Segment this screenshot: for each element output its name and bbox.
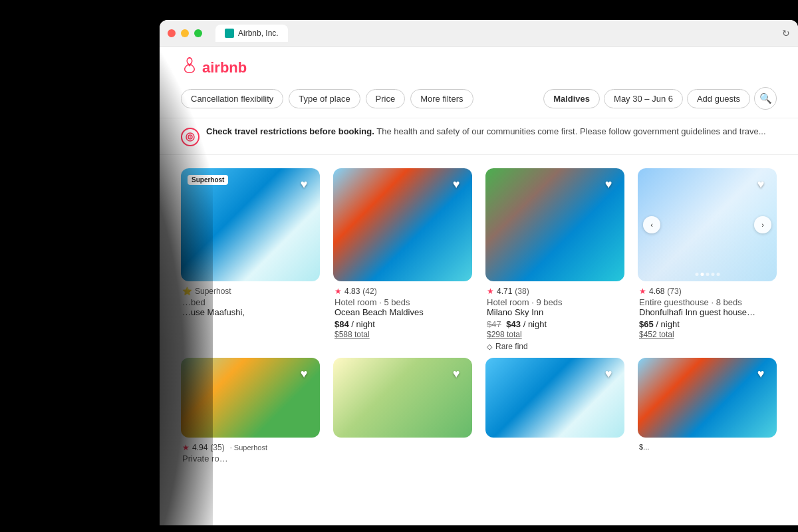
browser-chrome: Airbnb, Inc. ↻: [160, 20, 798, 47]
listing-meta-5: ★ 4.94 (35) · Superhost: [182, 443, 319, 452]
listing-bed-type-1: …bed: [182, 297, 319, 307]
logo-row: airbnb: [181, 56, 777, 79]
per-night-2: / night: [351, 319, 374, 329]
listing-bed-type-5: Private ro…: [182, 454, 319, 464]
warning-body: The health and safety of our communities…: [376, 126, 765, 136]
listing-image-7: ♥: [485, 358, 624, 438]
listing-info-5: ★ 4.94 (35) · Superhost Private ro…: [181, 438, 320, 464]
listing-name-4: Dhonfulhafi Inn guest house…: [639, 307, 775, 317]
listings-grid-row2: ♥ ★ 4.94 (35) · Superhost Private ro… ♥: [160, 358, 798, 477]
next-image-4[interactable]: ›: [754, 216, 771, 233]
superhost-tag-1: Superhost: [188, 175, 228, 185]
image-dots-4: [695, 273, 720, 276]
listing-image-4: ♥ ‹ ›: [638, 168, 777, 281]
review-count-2: (42): [362, 287, 376, 296]
review-count-4: (73): [667, 287, 681, 296]
star-icon-2: ★: [334, 287, 342, 296]
listing-card-6[interactable]: ♥: [333, 358, 472, 464]
maximize-dot[interactable]: [194, 29, 202, 37]
minimize-dot[interactable]: [181, 29, 189, 37]
listing-info-3: ★ 4.71 (38) Hotel room · 9 beds Milano S…: [485, 281, 624, 351]
wishlist-btn-5[interactable]: ♥: [295, 364, 313, 383]
price-amount-4: $65: [639, 319, 654, 329]
main-content: airbnb Cancellation flexibility Type of …: [160, 47, 798, 525]
listing-total-2: $588 total: [334, 330, 471, 339]
wishlist-btn-7[interactable]: ♥: [599, 364, 618, 383]
rare-find-label-3: Rare find: [495, 342, 528, 351]
superhost-5: · Superhost: [230, 444, 267, 452]
filter-cancellation[interactable]: Cancellation flexibility: [181, 89, 283, 108]
listing-name-1: …use Maafushi,: [182, 307, 319, 317]
filter-type-of-place[interactable]: Type of place: [289, 89, 360, 108]
listing-price-4: $65 / night: [639, 319, 775, 329]
rating-2: 4.83: [344, 287, 360, 296]
rating-3: 4.71: [497, 287, 512, 296]
dot-4: [711, 273, 714, 276]
wishlist-btn-1[interactable]: ♥: [295, 175, 313, 194]
listing-card-8[interactable]: ♥ $...: [638, 358, 777, 464]
dot-1: [695, 273, 698, 276]
listing-card-4[interactable]: ♥ ‹ › ★ 4.68: [638, 168, 777, 351]
svg-point-2: [190, 136, 191, 138]
rare-find-3: ◇ Rare find: [487, 342, 623, 351]
dot-3: [706, 273, 709, 276]
listing-price-3: $47 $43 / night: [487, 319, 623, 329]
per-night-4: / night: [656, 319, 679, 329]
listing-card-1[interactable]: Superhost ♥ ⭐ Superhost …bed …use Maafus…: [181, 168, 320, 351]
listing-meta-2: ★ 4.83 (42): [334, 287, 471, 296]
warning-text: Check travel restrictions before booking…: [206, 126, 766, 136]
listing-card-5[interactable]: ♥ ★ 4.94 (35) · Superhost Private ro…: [181, 358, 320, 464]
listing-name-3: Milano Sky Inn: [487, 307, 623, 317]
wishlist-btn-4[interactable]: ♥: [751, 175, 770, 194]
star-icon-3: ★: [487, 287, 494, 296]
listing-image-2: ♥: [333, 168, 472, 281]
listing-info-1: ⭐ Superhost …bed …use Maafushi,: [181, 281, 320, 317]
warning-bold: Check travel restrictions before booking…: [206, 126, 374, 136]
rating-4: 4.68: [649, 287, 664, 296]
listing-card-3[interactable]: ♥ ★ 4.71 (38) Hotel room · 9 beds Milano…: [485, 168, 624, 351]
close-dot[interactable]: [168, 29, 176, 37]
travel-warning-banner: Check travel restrictions before booking…: [160, 118, 798, 155]
price-original-3: $47: [487, 319, 501, 329]
browser-tab[interactable]: Airbnb, Inc.: [215, 25, 288, 42]
listing-name-2: Ocean Beach Maldives: [334, 307, 471, 317]
reload-icon[interactable]: ↻: [782, 28, 790, 39]
rating-icon-1: ⭐: [182, 287, 192, 296]
listing-bed-type-4: Entire guesthouse · 8 beds: [639, 297, 775, 307]
search-button[interactable]: 🔍: [754, 87, 777, 110]
listing-total-4: $452 total: [639, 330, 775, 339]
airbnb-wordmark: airbnb: [202, 59, 247, 76]
filter-more[interactable]: More filters: [410, 89, 473, 108]
search-location[interactable]: Maldives: [543, 89, 600, 108]
filter-bar: Cancellation flexibility Type of place P…: [181, 87, 777, 118]
listing-info-8: $...: [638, 438, 777, 451]
airbnb-logo-icon: [181, 56, 198, 79]
prev-image-4[interactable]: ‹: [643, 216, 660, 233]
airbnb-logo[interactable]: airbnb: [181, 56, 247, 79]
listing-image-5: ♥: [181, 358, 320, 438]
listing-meta-4: ★ 4.68 (73): [639, 287, 775, 296]
wishlist-btn-2[interactable]: ♥: [447, 175, 466, 194]
wishlist-btn-3[interactable]: ♥: [599, 175, 618, 194]
wishlist-btn-8[interactable]: ♥: [751, 364, 770, 383]
wishlist-btn-6[interactable]: ♥: [447, 364, 466, 383]
listing-card-2[interactable]: ♥ ★ 4.83 (42) Hotel room · 5 beds Ocean …: [333, 168, 472, 351]
site-header: airbnb Cancellation flexibility Type of …: [160, 47, 798, 118]
listing-price-2: $84 / night: [334, 319, 471, 329]
listing-image-1: Superhost ♥: [181, 168, 320, 281]
listing-total-3: $298 total: [487, 330, 623, 339]
listing-bed-type-3: Hotel room · 9 beds: [487, 297, 623, 307]
listing-image-6: ♥: [333, 358, 472, 438]
tab-label: Airbnb, Inc.: [238, 29, 279, 38]
listing-card-7[interactable]: ♥: [485, 358, 624, 464]
review-count-3: (38): [515, 287, 529, 296]
filter-price[interactable]: Price: [366, 89, 406, 108]
search-group: Maldives May 30 – Jun 6 Add guests 🔍: [543, 87, 777, 110]
star-icon-5: ★: [182, 443, 190, 452]
listing-bed-type-2: Hotel room · 5 beds: [334, 297, 471, 307]
diamond-icon-3: ◇: [487, 342, 492, 351]
price-amount-2: $84: [334, 319, 349, 329]
search-guests[interactable]: Add guests: [687, 89, 750, 108]
search-dates[interactable]: May 30 – Jun 6: [604, 89, 683, 108]
price-amount-3: $43: [506, 319, 521, 329]
